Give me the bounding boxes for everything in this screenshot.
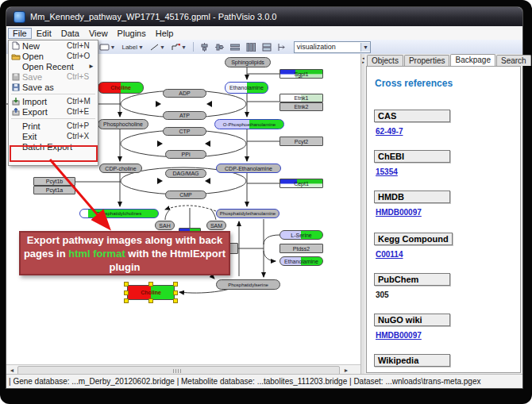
node-adp[interactable]: ADP bbox=[163, 89, 206, 98]
menu-item-import[interactable]: Import Ctrl+M bbox=[9, 96, 98, 106]
section-header-pubchem: PubChem bbox=[374, 273, 450, 286]
menu-item-print[interactable]: Print Ctrl+P bbox=[9, 121, 98, 131]
node-etnk1[interactable]: Etnk1 bbox=[279, 94, 323, 102]
cross-references-heading: Cross references bbox=[375, 78, 520, 89]
node-ethanolamine[interactable]: Ethanolamine bbox=[225, 82, 268, 94]
backpage-section: Wikipedia Choline bbox=[374, 354, 520, 373]
line-tool-button[interactable]: ▼ bbox=[148, 41, 167, 52]
tab-objects[interactable]: Objects bbox=[367, 55, 403, 66]
node-pcyt1a[interactable]: Pcyt1a bbox=[33, 186, 75, 194]
node-sam[interactable]: SAM bbox=[206, 221, 226, 230]
chevron-down-icon[interactable]: ▼ bbox=[181, 44, 187, 50]
selection-handle[interactable] bbox=[173, 298, 178, 303]
node-cept1[interactable]: Cept1 bbox=[279, 179, 323, 188]
link-nugo[interactable]: HMDB00097 bbox=[376, 331, 422, 340]
chevron-down-icon[interactable]: ▼ bbox=[160, 44, 165, 50]
selection-handle[interactable] bbox=[173, 290, 178, 295]
node-phosphocholine[interactable]: Phosphocholine bbox=[98, 119, 148, 129]
link-chebi[interactable]: 15354 bbox=[376, 167, 398, 176]
menu-item-open-recent[interactable]: Open Recent ► bbox=[9, 61, 98, 71]
link-wikipedia[interactable]: Choline bbox=[376, 371, 405, 373]
menu-help[interactable]: Help bbox=[151, 28, 179, 39]
link-hmdb[interactable]: HMDB00097 bbox=[376, 208, 422, 217]
section-header-hmdb: HMDB bbox=[374, 190, 450, 203]
menu-view[interactable]: View bbox=[84, 28, 113, 39]
tab-properties[interactable]: Properties bbox=[404, 55, 450, 66]
batch-export-highlight-box bbox=[10, 145, 98, 162]
node-cdp-choline[interactable]: CDP-choline bbox=[99, 164, 142, 173]
node-ptdss2[interactable]: Ptdss2 bbox=[279, 244, 323, 253]
align-middle-icon bbox=[215, 43, 224, 52]
node-l-serine[interactable]: L-Serine bbox=[279, 230, 323, 240]
backpage-panel[interactable]: Cross references CAS 62-49-7 ChEBI 15354… bbox=[366, 66, 521, 373]
common-width-button[interactable] bbox=[260, 41, 273, 52]
datanode-tool-button[interactable]: ▼ bbox=[98, 41, 118, 52]
selection-handle[interactable] bbox=[148, 282, 153, 287]
distribute-horizontal-button[interactable] bbox=[229, 41, 241, 52]
chevron-down-icon[interactable]: ▼ bbox=[138, 44, 144, 50]
file-menu-dropdown: New Ctrl+N Open Ctrl+O Open Recent ► Sav… bbox=[8, 40, 98, 166]
menu-file[interactable]: File bbox=[8, 28, 32, 39]
node-dag-mag[interactable]: DAG/MAG bbox=[165, 169, 206, 178]
distribute-vertical-button[interactable] bbox=[245, 41, 257, 52]
callout-text: with the HtmlExport plugin bbox=[110, 248, 226, 273]
menu-edit[interactable]: Edit bbox=[32, 28, 56, 39]
menu-data[interactable]: Data bbox=[56, 28, 84, 39]
tab-backpage[interactable]: Backpage bbox=[450, 54, 495, 66]
node-ctp[interactable]: CTP bbox=[163, 127, 206, 136]
menu-item-exit[interactable]: Exit Ctrl+X bbox=[9, 131, 98, 141]
backpage-section: ChEBI 15354 bbox=[374, 150, 520, 184]
selection-handle[interactable] bbox=[173, 282, 178, 287]
node-etnk2[interactable]: Etnk2 bbox=[279, 102, 323, 111]
node-choline[interactable]: Choline bbox=[98, 82, 144, 94]
selection-handle[interactable] bbox=[124, 298, 129, 303]
menu-item-new[interactable]: New Ctrl+N bbox=[9, 40, 98, 51]
menu-item-save: Save Ctrl+S bbox=[9, 71, 98, 82]
visualization-combobox[interactable]: visualization ▼ bbox=[294, 41, 371, 53]
label-tool-button[interactable]: Label ▼ bbox=[120, 41, 145, 52]
menu-item-open[interactable]: Open Ctrl+O bbox=[9, 51, 98, 61]
label-tool-text: Label bbox=[121, 44, 137, 51]
node-sphingolipids[interactable]: Sphingolipids bbox=[225, 57, 271, 67]
node-pcyt1b[interactable]: Pcyt1b bbox=[33, 177, 75, 186]
node-choline-selected-wrap: Choline bbox=[127, 285, 175, 300]
link-kegg[interactable]: C00114 bbox=[376, 250, 403, 259]
status-text: | Gene database: ...m_Derby_20120602.bri… bbox=[9, 377, 480, 386]
status-bar: | Gene database: ...m_Derby_20120602.bri… bbox=[6, 374, 522, 388]
align-middle-button[interactable] bbox=[214, 41, 226, 52]
chevron-down-icon[interactable]: ▼ bbox=[360, 43, 370, 52]
connector-tool-button[interactable]: ▼ bbox=[170, 41, 188, 52]
backpage-section: CAS 62-49-7 bbox=[374, 110, 520, 144]
align-center-button[interactable] bbox=[199, 41, 210, 52]
selection-handle[interactable] bbox=[148, 298, 153, 303]
backpage-section: PubChem 305 bbox=[374, 273, 520, 307]
menu-separator bbox=[11, 118, 95, 119]
node-pcyt2[interactable]: Pcyt2 bbox=[279, 137, 323, 146]
backpage-section: NuGO wiki HMDB00097 bbox=[374, 314, 520, 348]
node-phosphatidylcholines[interactable]: Phosphatidylcholines bbox=[79, 209, 159, 218]
node-sgpl1[interactable]: Sgpl1 bbox=[279, 69, 323, 79]
node-ethanolamine-2[interactable]: Ethanolamine bbox=[279, 256, 323, 266]
node-cdp-ethanolamine[interactable]: CDP-Ethanolamine bbox=[216, 164, 281, 173]
menu-item-save-as[interactable]: Save as bbox=[9, 82, 98, 92]
chevron-down-icon[interactable]: ▼ bbox=[110, 44, 116, 50]
distribute-horizontal-icon bbox=[230, 43, 240, 52]
node-o-phosphoethanolamine[interactable]: O-Phosphoethanolamine bbox=[214, 119, 284, 129]
section-header-cas: CAS bbox=[374, 110, 450, 122]
link-cas[interactable]: 62-49-7 bbox=[376, 127, 403, 136]
node-ppi[interactable]: PPi bbox=[165, 150, 206, 159]
node-cmp[interactable]: CMP bbox=[165, 190, 206, 199]
selection-handle[interactable] bbox=[124, 282, 129, 287]
node-atp[interactable]: ATP bbox=[163, 111, 206, 120]
node-phosphatidylethanolamine[interactable]: Phosphatidylethanolamine bbox=[216, 209, 279, 218]
common-height-button[interactable] bbox=[276, 41, 289, 52]
tab-search[interactable]: Search bbox=[496, 55, 531, 66]
section-header-kegg: Kegg Compound bbox=[374, 233, 453, 245]
datanode-icon bbox=[99, 44, 110, 51]
selection-handle[interactable] bbox=[124, 290, 129, 295]
title-bar[interactable]: Mm_Kennedy_pathway_WP1771_45176.gpml - P… bbox=[6, 7, 522, 26]
menu-item-export[interactable]: Export Ctrl+E bbox=[9, 106, 98, 117]
menu-plugins[interactable]: Plugins bbox=[113, 28, 151, 39]
node-sah[interactable]: SAH bbox=[155, 221, 175, 230]
node-phosphatidylserine[interactable]: Phosphatidylserine bbox=[216, 279, 280, 290]
